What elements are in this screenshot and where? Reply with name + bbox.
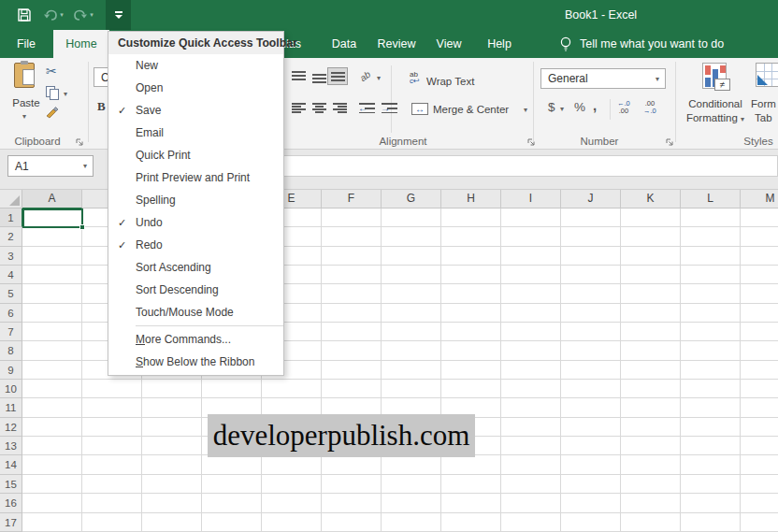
cell-G16[interactable] <box>382 494 441 512</box>
cell-M4[interactable] <box>741 266 778 284</box>
cell-G10[interactable] <box>382 380 441 398</box>
cell-M10[interactable] <box>741 380 778 398</box>
cell-H15[interactable] <box>441 475 501 494</box>
cell-I1[interactable] <box>501 208 561 227</box>
name-box[interactable]: A1 ▾ <box>7 155 94 177</box>
cell-M1[interactable] <box>741 208 778 227</box>
align-bottom-selected-box[interactable] <box>327 67 348 85</box>
cell-G1[interactable] <box>382 208 441 227</box>
cell-L9[interactable] <box>681 361 741 380</box>
clipboard-dialog-launcher[interactable] <box>74 137 85 148</box>
cell-A15[interactable] <box>22 475 82 494</box>
cell-L3[interactable] <box>681 247 741 266</box>
cell-J1[interactable] <box>561 208 621 227</box>
cell-D14[interactable] <box>202 455 262 474</box>
number-dialog-launcher[interactable] <box>664 137 675 148</box>
name-box-dropdown-arrow[interactable]: ▾ <box>83 162 93 170</box>
qat-redo-button[interactable]: ▾ <box>71 0 95 30</box>
row-header-16[interactable]: 16 <box>0 494 22 512</box>
cell-L10[interactable] <box>681 380 741 398</box>
cell-K2[interactable] <box>621 227 681 246</box>
cell-J11[interactable] <box>561 398 621 417</box>
cell-B16[interactable] <box>82 494 142 512</box>
cell-B14[interactable] <box>82 455 142 474</box>
cell-G7[interactable] <box>382 323 441 341</box>
align-center-button[interactable] <box>312 103 326 113</box>
cell-K14[interactable] <box>621 455 681 474</box>
menu-item-save[interactable]: ✓Save <box>108 99 283 122</box>
cell-K10[interactable] <box>621 380 681 398</box>
cell-D15[interactable] <box>202 475 262 494</box>
cell-K11[interactable] <box>621 398 681 417</box>
cell-I10[interactable] <box>501 380 561 398</box>
cell-M9[interactable] <box>741 361 778 380</box>
cell-I4[interactable] <box>501 266 561 284</box>
menu-item-print-preview-and-print[interactable]: Print Preview and Print <box>108 166 283 189</box>
cell-H17[interactable] <box>441 513 501 532</box>
cell-L6[interactable] <box>681 304 741 323</box>
row-header-4[interactable]: 4 <box>0 266 22 284</box>
cell-K5[interactable] <box>621 284 681 303</box>
cell-L1[interactable] <box>681 208 741 227</box>
align-top-button[interactable] <box>292 71 306 81</box>
cell-K15[interactable] <box>621 475 681 494</box>
cell-I12[interactable] <box>501 418 561 437</box>
cell-K1[interactable] <box>621 208 681 227</box>
cell-F14[interactable] <box>322 455 382 474</box>
cell-I17[interactable] <box>501 513 561 532</box>
cell-C13[interactable] <box>142 437 202 455</box>
cell-J14[interactable] <box>561 455 621 474</box>
cell-J2[interactable] <box>561 227 621 246</box>
cell-A2[interactable] <box>22 227 82 246</box>
cell-C17[interactable] <box>142 513 202 532</box>
cell-E16[interactable] <box>262 494 322 512</box>
cell-H5[interactable] <box>441 284 501 303</box>
cell-A16[interactable] <box>22 494 82 512</box>
qat-undo-button[interactable]: ▾ <box>41 0 65 30</box>
orientation-dropdown-arrow[interactable]: ▾ <box>377 74 381 82</box>
cell-K4[interactable] <box>621 266 681 284</box>
cell-I13[interactable] <box>501 437 561 455</box>
cell-B11[interactable] <box>82 398 142 417</box>
menu-item-show-below-the-ribbon[interactable]: Show Below the Ribbon <box>108 351 283 373</box>
selected-cell-A1[interactable] <box>22 208 83 228</box>
redo-dropdown-arrow[interactable]: ▾ <box>90 11 94 19</box>
cell-H14[interactable] <box>441 455 501 474</box>
cell-B12[interactable] <box>82 418 142 437</box>
cell-B13[interactable] <box>82 437 142 455</box>
paste-button[interactable]: Paste ▾ <box>6 60 47 133</box>
column-header-H[interactable]: H <box>441 190 501 208</box>
bold-button[interactable]: B <box>97 99 106 114</box>
cell-F4[interactable] <box>322 266 382 284</box>
cell-E15[interactable] <box>262 475 322 494</box>
row-header-11[interactable]: 11 <box>0 398 22 417</box>
row-header-1[interactable]: 1 <box>0 208 22 227</box>
cell-F5[interactable] <box>322 284 382 303</box>
qat-save-button[interactable] <box>11 0 37 30</box>
cell-A5[interactable] <box>22 284 82 303</box>
column-header-I[interactable]: I <box>501 190 561 208</box>
customize-quick-access-toolbar-button[interactable] <box>106 0 131 30</box>
cell-K16[interactable] <box>621 494 681 512</box>
align-right-button[interactable] <box>333 103 347 113</box>
cell-A4[interactable] <box>22 266 82 284</box>
cell-L8[interactable] <box>681 341 741 360</box>
cell-I15[interactable] <box>501 475 561 494</box>
cell-L14[interactable] <box>681 455 741 474</box>
cell-B15[interactable] <box>82 475 142 494</box>
cell-F6[interactable] <box>322 304 382 323</box>
row-header-17[interactable]: 17 <box>0 513 22 532</box>
cell-J7[interactable] <box>561 323 621 341</box>
row-header-15[interactable]: 15 <box>0 475 22 494</box>
tab-review[interactable]: Review <box>370 30 423 58</box>
cell-I7[interactable] <box>501 323 561 341</box>
cell-F1[interactable] <box>322 208 382 227</box>
cell-H16[interactable] <box>441 494 501 512</box>
cell-E17[interactable] <box>262 513 322 532</box>
menu-item-undo[interactable]: ✓Undo <box>108 211 283 234</box>
cell-F2[interactable] <box>322 227 382 246</box>
menu-item-new[interactable]: New <box>108 54 283 77</box>
row-header-12[interactable]: 12 <box>0 418 22 437</box>
cell-H10[interactable] <box>441 380 501 398</box>
cell-K3[interactable] <box>621 247 681 266</box>
